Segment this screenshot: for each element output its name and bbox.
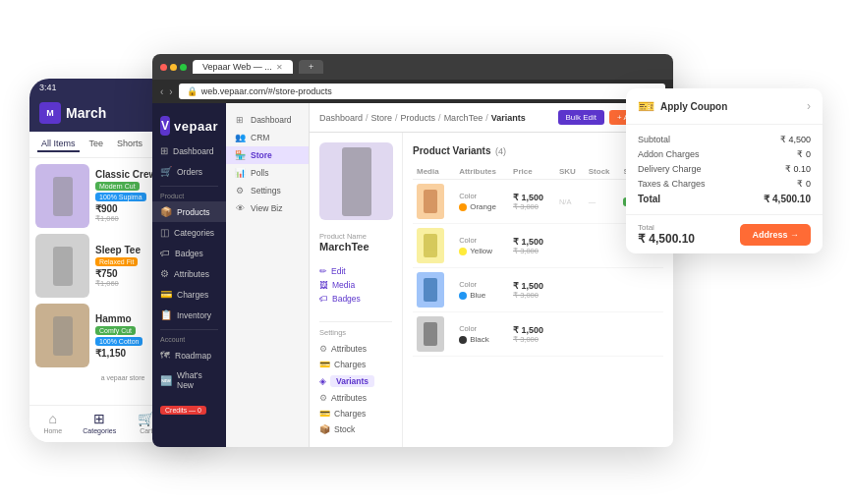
maximize-dot[interactable] [180, 64, 187, 71]
settings-stock-text: Stock [334, 424, 355, 434]
address-button[interactable]: Address → [740, 224, 811, 246]
tag-relaxed: Relaxed Fit [95, 257, 138, 266]
settings-nav-charges2[interactable]: 💳 Charges [319, 406, 392, 421]
nav-home[interactable]: ⌂ Home [29, 411, 77, 434]
sidebar-mid-store[interactable]: 🏪 Store [226, 146, 309, 164]
settings-variants-text: Variants [330, 375, 374, 387]
media-icon: 🖼 [319, 280, 328, 290]
edit-label: Edit [331, 266, 346, 276]
sidebar-item-categories[interactable]: ◫ Categories [152, 222, 226, 243]
sidebar-mid-crm[interactable]: 👥 CRM [226, 129, 309, 146]
color-name-black: Black [470, 335, 489, 344]
variant-stock-cell [585, 224, 620, 268]
settings-charges2-icon: 💳 [319, 409, 330, 419]
mid-dashboard-icon: ⊞ [234, 115, 246, 125]
variant-attr-cell: Color Orange [455, 180, 509, 224]
credits-badge[interactable]: Credits — 0 [160, 406, 206, 415]
mid-dashboard-label: Dashboard [251, 115, 292, 125]
total-label: Total [638, 194, 660, 204]
mid-view-biz-label: View Biz [251, 203, 282, 213]
settings-charges2-text: Charges [334, 409, 366, 419]
product-action-links: ✏ Edit 🖼 Media 🏷 Badges [319, 266, 392, 304]
sidebar-mid-view-biz[interactable]: 👁 View Biz [226, 199, 309, 217]
tab-label: Vepaar Web — ... [202, 62, 272, 72]
sidebar-item-badges[interactable]: 🏷 Badges [152, 243, 226, 263]
variant-sku-cell [555, 312, 585, 357]
sidebar-badges-label: Badges [175, 249, 203, 258]
variant-stock-cell [585, 312, 620, 357]
address-input[interactable]: 🔒 web.vepaar.com/#/store-products [179, 84, 665, 99]
sidebar-roadmap-label: Roadmap [175, 351, 211, 361]
sidebar-left: V vepaar ⊞ Dashboard 🛒 Orders Product 📦 … [152, 103, 226, 447]
sidebar-item-whats-new[interactable]: 🆕 What's New [152, 365, 226, 395]
settings-nav-variants[interactable]: ◈ Variants [319, 372, 392, 390]
coupon-row[interactable]: 🎫 Apply Coupon › [626, 88, 823, 125]
minimize-dot[interactable] [170, 64, 177, 71]
settings-nav-charges[interactable]: 💳 Charges [319, 357, 392, 372]
tag-modern-cut: Modern Cut [95, 182, 140, 191]
sidebar-mid-polls[interactable]: 📊 Polls [226, 164, 309, 182]
browser-tab[interactable]: Vepaar Web — ... ✕ [193, 60, 293, 74]
total-value: ₹ 4,500.10 [764, 194, 811, 204]
footer-total-value: ₹ 4,500.10 [638, 232, 695, 246]
sidebar-item-inventory[interactable]: 📋 Inventory [152, 305, 226, 325]
product-name-value: MarchTee [319, 241, 392, 252]
breadcrumb-marchtee[interactable]: MarchTee [444, 113, 483, 123]
media-label: Media [332, 280, 355, 290]
sidebar-item-orders[interactable]: 🛒 Orders [152, 161, 226, 182]
close-dot[interactable] [160, 64, 167, 71]
price-strike: ₹ 3,000 [513, 291, 551, 300]
variants-title: Product Variants [413, 145, 490, 156]
mid-settings-label: Settings [251, 186, 281, 196]
browser-chrome: Vepaar Web — ... ✕ + [152, 54, 673, 80]
settings-nav-attributes[interactable]: ⚙ Attributes [319, 341, 392, 357]
breadcrumb-products[interactable]: Products [401, 113, 436, 123]
sidebar-item-dashboard[interactable]: ⊞ Dashboard [152, 140, 226, 161]
color-dot-orange [459, 203, 467, 211]
variant-attr-cell: Color Black [455, 312, 509, 357]
sidebar-item-attributes[interactable]: ⚙ Attributes [152, 263, 226, 284]
nav-categories[interactable]: ⊞ Categories [77, 411, 124, 434]
product-settings-nav: Settings ⚙ Attributes 💳 Charges ◈ [319, 321, 392, 437]
credits-badge-container: Credits — 0 [152, 395, 226, 420]
color-value: Blue [459, 291, 505, 300]
variant-media-cell [413, 268, 455, 312]
sidebar-mid-settings[interactable]: ⚙ Settings [226, 182, 309, 199]
delivery-row: Delivery Charge ₹ 0.10 [638, 164, 811, 174]
edit-link[interactable]: ✏ Edit [319, 266, 392, 276]
sep3: / [438, 113, 441, 123]
thumb-figure [424, 278, 437, 302]
variant-price-cell: ₹ 1,500 ₹ 3,000 [509, 268, 555, 312]
color-dot-yellow [459, 248, 467, 255]
sidebar-item-roadmap[interactable]: 🗺 Roadmap [152, 345, 226, 365]
bulk-edit-button[interactable]: Bulk Edit [558, 110, 605, 125]
settings-nav-stock[interactable]: 📦 Stock [319, 421, 392, 437]
tab-close[interactable]: ✕ [276, 63, 283, 72]
forward-button[interactable]: › [169, 86, 172, 97]
subtotal-value: ₹ 4,500 [780, 135, 811, 144]
breadcrumb-variants: Variants [491, 113, 526, 123]
mid-crm-label: CRM [251, 133, 269, 142]
inventory-icon: 📋 [160, 309, 172, 320]
color-value: Black [459, 335, 505, 344]
addon-row: Addon Charges ₹ 0 [638, 149, 811, 159]
breadcrumb-store[interactable]: Store [371, 113, 393, 123]
back-button[interactable]: ‹ [160, 86, 163, 97]
mobile-tab-shorts[interactable]: Shorts [113, 137, 146, 152]
new-tab[interactable]: + [299, 60, 323, 74]
breadcrumb-dashboard[interactable]: Dashboard [319, 113, 363, 123]
sidebar-item-charges[interactable]: 💳 Charges [152, 284, 226, 305]
sidebar-mid-dashboard[interactable]: ⊞ Dashboard [226, 111, 309, 129]
taxes-row: Taxes & Charges ₹ 0 [638, 179, 811, 189]
mobile-tab-tee[interactable]: Tee [85, 137, 108, 152]
col-price: Price [509, 164, 555, 180]
settings-label: Settings [319, 328, 392, 337]
taxes-value: ₹ 0 [797, 179, 811, 189]
sidebar-item-products[interactable]: 📦 Products [152, 201, 226, 222]
settings-nav-attributes2[interactable]: ⚙ Attributes [319, 390, 392, 406]
mobile-tab-all[interactable]: All Items [37, 137, 80, 152]
badges-link[interactable]: 🏷 Badges [319, 294, 392, 304]
browser-dots [160, 64, 187, 71]
media-link[interactable]: 🖼 Media [319, 280, 392, 290]
col-attributes: Attributes [455, 164, 509, 180]
